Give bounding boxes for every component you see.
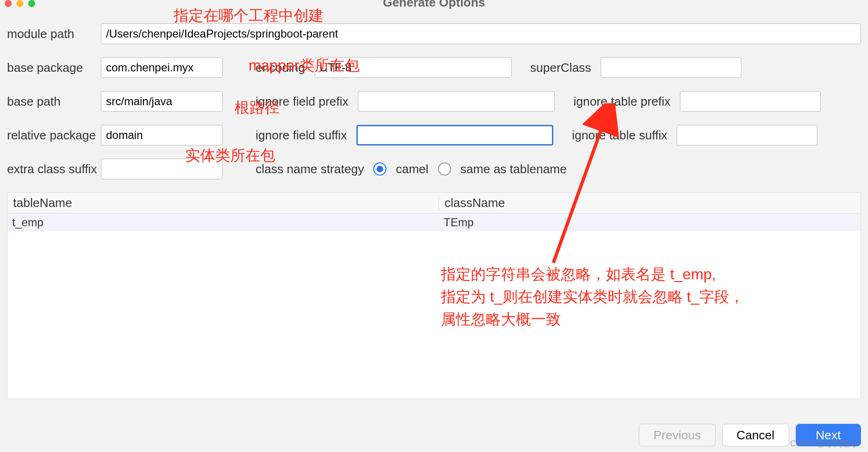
relative-package-label: relative package [7, 128, 91, 143]
table-header-tablename[interactable]: tableName [8, 196, 439, 210]
class-name-strategy-label: class name strategy [256, 162, 364, 176]
ignore-field-suffix-label: ignore field suffix [256, 128, 347, 143]
table-header: tableName className [8, 193, 860, 214]
module-path-input[interactable] [101, 23, 861, 44]
previous-button: Previous [639, 424, 715, 446]
radio-same-as-tablename[interactable] [438, 162, 451, 176]
encoding-label: encoding [256, 61, 305, 75]
module-path-label: module path [7, 27, 91, 41]
dialog-window: Generate Options module path base packag… [0, 0, 868, 452]
cell-tablename: t_emp [8, 216, 439, 229]
watermark: CSDN @冰鹤椿水 [790, 438, 859, 449]
base-path-input[interactable] [101, 91, 223, 112]
base-package-label: base package [7, 61, 91, 75]
radio-camel-label: camel [396, 162, 428, 176]
encoding-input[interactable] [315, 57, 512, 78]
super-class-label: superClass [530, 61, 591, 75]
ignore-table-prefix-label: ignore table prefix [574, 94, 671, 109]
cell-classname: TEmp [439, 216, 860, 229]
relative-package-input[interactable] [101, 125, 223, 146]
table: tableName className t_emp TEmp [7, 192, 861, 399]
cancel-button[interactable]: Cancel [722, 424, 789, 446]
ignore-table-prefix-input[interactable] [680, 91, 821, 112]
form-area: module path base package encoding superC… [0, 0, 868, 179]
table-header-classname[interactable]: className [439, 196, 860, 210]
radio-camel[interactable] [373, 162, 386, 176]
window-title: Generate Options [0, 0, 868, 10]
ignore-field-suffix-input[interactable] [356, 125, 553, 146]
base-package-input[interactable] [101, 57, 223, 78]
super-class-input[interactable] [601, 57, 741, 78]
extra-class-suffix-input[interactable] [101, 159, 223, 179]
base-path-label: base path [7, 94, 91, 109]
ignore-field-prefix-label: ignore field prefix [256, 94, 348, 109]
ignore-table-suffix-label: ignore table suffix [572, 128, 667, 143]
ignore-table-suffix-input[interactable] [677, 125, 817, 146]
ignore-field-prefix-input[interactable] [358, 91, 555, 112]
radio-same-label: same as tablename [460, 162, 567, 176]
extra-class-suffix-label: extra class suffix [7, 162, 91, 176]
table-row[interactable]: t_emp TEmp [8, 214, 860, 231]
